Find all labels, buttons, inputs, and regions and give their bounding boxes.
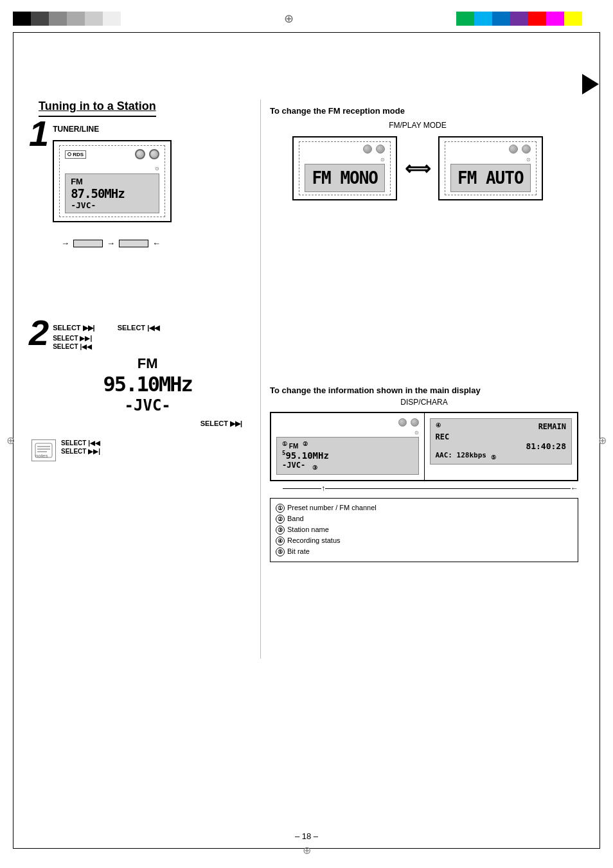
btn1 xyxy=(73,240,103,247)
notes-icon: notes xyxy=(31,439,56,461)
reg-block-4 xyxy=(67,12,85,26)
mono-knob2 xyxy=(376,145,385,154)
num3: ③ xyxy=(312,465,317,471)
legend-5: ⑤ Bit rate xyxy=(276,547,573,556)
num1: ① xyxy=(282,441,287,447)
info-left-screen: ① FM ② 595.10MHz -JVC- ③ xyxy=(276,437,419,475)
legend-text-5: Bit rate xyxy=(287,547,310,556)
device-display-unit: RDS ⊙ FM 87.50MH xyxy=(53,140,172,222)
note-text1: SELECT |◀◀ xyxy=(61,439,100,447)
step1-fm-label: FM xyxy=(71,177,154,186)
right-crosshair: ⊕ xyxy=(598,434,607,447)
info-display-label: DISP/CHARA xyxy=(270,398,578,407)
color-yellow xyxy=(564,12,582,26)
info-arrow-row: ↑ ← xyxy=(283,484,578,493)
num4: ④ xyxy=(436,422,441,429)
step1-screen: FM 87.50MHz -JVC- xyxy=(65,173,159,213)
reg-block-3 xyxy=(49,12,67,26)
rds-badge: RDS xyxy=(65,150,86,159)
info-legend: ① Preset number / FM channel ② Band ③ St… xyxy=(270,498,578,562)
fm-mono-screen: FM MONO xyxy=(305,164,385,192)
fm-mode-display: ⊙ FM MONO ⟺ ⊙ FM AUTO xyxy=(270,136,565,200)
info-remain: REMAIN xyxy=(538,422,566,431)
info-rec: REC xyxy=(436,432,450,441)
reg-block-5 xyxy=(85,12,103,26)
fm-reception-title: To change the FM reception mode xyxy=(270,106,565,116)
bottom-crosshair: ⊕ xyxy=(303,844,311,856)
btn2 xyxy=(119,240,148,247)
info-freq: 595.10MHz xyxy=(282,450,413,461)
knob2 xyxy=(149,149,159,159)
knob1 xyxy=(135,149,145,159)
step2-below1: SELECT ▶▶| xyxy=(53,420,242,428)
legend-text-4: Recording status xyxy=(287,536,341,545)
legend-4: ④ Recording status xyxy=(276,536,573,545)
nav-arrow xyxy=(582,74,599,94)
section-title-text: Tuning in to a Station xyxy=(39,100,156,112)
buttons-diagram: → → ← xyxy=(61,238,172,248)
color-cyan xyxy=(474,12,492,26)
info-station: -JVC- ③ xyxy=(282,461,413,471)
legend-num-3: ③ xyxy=(276,526,285,535)
select-forward-label: SELECT ▶▶| xyxy=(53,324,95,332)
legend-text-2: Band xyxy=(287,515,304,524)
color-blue xyxy=(492,12,510,26)
info-right-screen: ④ REC REMAIN 81:40:28 AAC: 128kbps ⑤ xyxy=(430,418,573,465)
fm-mono-text: FM MONO xyxy=(312,168,378,188)
color-red xyxy=(528,12,546,26)
step2-sub2: SELECT |◀◀ xyxy=(53,343,242,350)
step1-number: 1 xyxy=(29,116,49,152)
top-crosshair: ⊕ xyxy=(284,12,294,26)
top-bar: ⊕ xyxy=(0,12,613,26)
legend-text-3: Station name xyxy=(287,526,329,535)
auto-knob1 xyxy=(509,145,518,154)
step1-area: 1 TUNER/LINE RDS xyxy=(29,116,172,248)
info-fm-label: FM xyxy=(289,443,298,450)
step1-frequency: 87.50MHz xyxy=(71,186,154,200)
reg-block-2 xyxy=(31,12,49,26)
legend-1: ① Preset number / FM channel xyxy=(276,504,573,513)
select-back-label: SELECT |◀◀ xyxy=(118,324,160,332)
step2-station: -JVC- xyxy=(53,396,242,414)
num5: ⑤ xyxy=(491,454,496,461)
bar-left xyxy=(13,12,121,26)
step2-frequency: 95.10MHz xyxy=(53,372,242,396)
step2-number: 2 xyxy=(29,315,49,351)
info-codec: AAC: 128kbps ⑤ xyxy=(436,451,567,461)
step2-display: FM 95.10MHz -JVC- xyxy=(53,355,242,414)
mode-double-arrow: ⟺ xyxy=(405,158,431,179)
legend-num-4: ④ xyxy=(276,536,285,545)
mono-knob1 xyxy=(363,145,372,154)
legend-num-5: ⑤ xyxy=(276,547,285,556)
legend-3: ③ Station name xyxy=(276,526,573,535)
num2: ② xyxy=(303,441,308,447)
step2-fm-label: FM xyxy=(53,355,242,372)
step2-sub1: SELECT ▶▶| xyxy=(53,335,242,342)
color-magenta xyxy=(546,12,564,26)
info-right-panel: ④ REC REMAIN 81:40:28 AAC: 128kbps ⑤ xyxy=(425,413,578,480)
legend-num-1: ① xyxy=(276,504,285,513)
info-time: 81:40:28 xyxy=(436,441,567,451)
step1-label: TUNER/LINE xyxy=(53,125,172,134)
page-number: – 18 – xyxy=(295,831,318,841)
legend-2: ② Band xyxy=(276,515,573,524)
info-display-box: ⊙ ① FM ② 595.10MHz -JVC- ③ xyxy=(270,412,578,481)
reg-block-6 xyxy=(103,12,121,26)
fm-auto-text: FM AUTO xyxy=(458,168,524,188)
section-title: Tuning in to a Station xyxy=(39,100,156,117)
info-knob2 xyxy=(411,418,419,427)
step2-area: 2 SELECT ▶▶| SELECT |◀◀ SELECT ▶▶| SELEC… xyxy=(29,315,242,461)
step2-select-row: SELECT ▶▶| SELECT |◀◀ xyxy=(53,324,242,332)
note-text2: SELECT ▶▶| xyxy=(61,448,100,455)
legend-num-2: ② xyxy=(276,515,285,524)
legend-text-1: Preset number / FM channel xyxy=(287,504,377,513)
fm-auto-box: ⊙ FM AUTO xyxy=(438,136,543,200)
color-purple xyxy=(510,12,528,26)
fm-auto-screen: FM AUTO xyxy=(450,164,531,192)
page-border-top xyxy=(13,32,600,33)
step2-note-row: notes SELECT |◀◀ SELECT ▶▶| xyxy=(31,439,242,461)
color-green xyxy=(456,12,474,26)
bar-right xyxy=(456,12,600,26)
info-display-title: To change the information shown in the m… xyxy=(270,385,578,395)
auto-knob2 xyxy=(522,145,531,154)
